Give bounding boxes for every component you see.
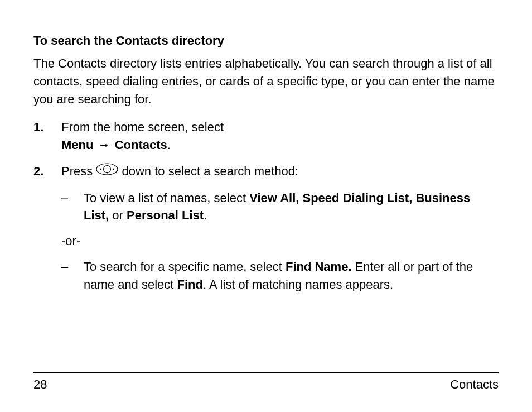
- step-2: Press down to select a search method: – …: [33, 162, 499, 294]
- find-name-label: Find Name.: [286, 260, 352, 274]
- intro-paragraph: The Contacts directory lists entries alp…: [33, 55, 499, 108]
- step1-lead: From the home screen, select: [61, 120, 224, 134]
- step1-period: .: [167, 138, 171, 152]
- b1-period: .: [204, 208, 207, 222]
- b1-lead: To view a list of names, select: [84, 191, 249, 205]
- b2-tail: . A list of matching names appears.: [203, 277, 393, 291]
- b1-mid: or: [109, 208, 127, 222]
- find-label: Find: [177, 277, 203, 291]
- svg-marker-4: [100, 167, 101, 170]
- nav-key-icon: [96, 162, 118, 180]
- sub-bullet-2-text: To search for a specific name, select Fi…: [84, 258, 499, 294]
- sub-bullet-1-text: To view a list of names, select View All…: [84, 189, 499, 225]
- menu-label: Menu: [61, 138, 93, 152]
- steps-list: From the home screen, select Menu → Cont…: [33, 118, 499, 294]
- manual-page: To search the Contacts directory The Con…: [0, 0, 532, 412]
- sub-bullet-2: – To search for a specific name, select …: [61, 258, 499, 294]
- dash-icon: –: [61, 258, 84, 294]
- svg-point-1: [104, 165, 111, 173]
- step2-sublist: – To view a list of names, select View A…: [61, 189, 499, 294]
- arrow-icon: →: [97, 136, 112, 154]
- section-heading: To search the Contacts directory: [33, 33, 499, 48]
- contacts-label: Contacts: [115, 138, 167, 152]
- step2-press: Press: [61, 164, 96, 178]
- page-number: 28: [33, 377, 47, 392]
- page-footer: 28 Contacts: [33, 372, 499, 392]
- section-name: Contacts: [450, 377, 499, 392]
- svg-marker-5: [113, 167, 114, 170]
- b2-lead: To search for a specific name, select: [84, 260, 286, 274]
- dash-icon: –: [61, 189, 84, 225]
- sub-bullet-1: – To view a list of names, select View A…: [61, 189, 499, 225]
- b1-last-option: Personal List: [127, 208, 204, 222]
- step-1: From the home screen, select Menu → Cont…: [33, 118, 499, 154]
- footer-rule: [33, 372, 499, 373]
- footer-row: 28 Contacts: [33, 377, 499, 392]
- or-separator: -or-: [61, 232, 499, 250]
- step2-after-icon: down to select a search method:: [118, 164, 298, 178]
